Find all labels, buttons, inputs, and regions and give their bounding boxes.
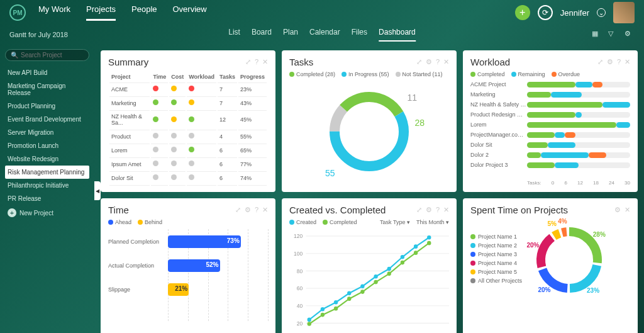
sidebar-item[interactable]: Promotion Launch [5,139,89,152]
legend-item: Project Name 5 [470,269,522,275]
search-input[interactable] [21,52,84,59]
search-icon: 🔍 [11,52,18,59]
sidebar: 🔍 New API BuildMarketing Campaign Releas… [0,44,94,333]
tab-dashboard[interactable]: Dashboard [379,28,416,42]
sidebar-item[interactable]: Server Migration [5,126,89,139]
filter-icon[interactable]: ▽ [608,30,618,40]
sidebar-item[interactable]: Website Redesign [5,152,89,166]
col-header: Workload [187,72,216,81]
expand-icon[interactable]: ⤢ [416,58,422,66]
grid-icon[interactable]: ▦ [592,30,602,40]
card-title: Time [108,205,129,215]
help-icon[interactable]: ? [255,206,258,214]
svg-point-17 [334,300,338,305]
table-row[interactable]: NZ Health & Sa...1245% [109,110,267,128]
slice-label: 5% [547,220,556,227]
top-bar: PM My WorkProjectsPeopleOverview + ⟳ Jen… [0,0,644,25]
gear-icon[interactable]: ⚙ [245,206,251,214]
filter-select[interactable]: This Month ▾ [416,219,449,225]
tab-calendar[interactable]: Calendar [309,28,340,42]
close-icon[interactable]: ✕ [262,206,268,214]
legend-item: Project Name 2 [470,242,522,249]
sidebar-item[interactable]: Marketing Campaign Release [5,79,89,99]
workload-row: ACME Project [470,81,630,87]
tasks-donut: 11 28 55 [325,87,413,176]
page-subtitle: Gantt for July 2018 [9,31,68,38]
close-icon[interactable]: ✕ [625,58,630,66]
tab-board[interactable]: Board [252,28,272,42]
sidebar-item[interactable]: PR Release [5,192,89,205]
expand-icon[interactable]: ⤢ [416,206,422,214]
table-row[interactable]: Dolor Sit674% [109,171,267,184]
svg-point-20 [374,274,377,279]
svg-text:60: 60 [297,285,303,291]
card-workload: Workload ⤢⚙?✕ CompletedRemainingOverdue … [463,50,638,192]
nav-overview[interactable]: Overview [173,4,207,21]
close-icon[interactable]: ✕ [443,206,449,214]
tab-plan[interactable]: Plan [283,28,298,42]
search-box[interactable]: 🔍 [5,49,89,61]
svg-point-30 [374,280,377,285]
svg-point-25 [308,322,311,326]
user-name[interactable]: Jennifer [560,8,589,18]
help-icon[interactable]: ? [255,58,258,66]
table-row[interactable]: ACME723% [109,82,267,95]
logo[interactable]: PM [9,4,26,21]
sidebar-item[interactable]: Event Brand Development [5,113,89,126]
card-title: Tasks [289,57,313,67]
sidebar-item[interactable]: Risk Management Planning [5,166,89,179]
tab-files[interactable]: Files [352,28,367,42]
table-row[interactable]: Ipsum Amet677% [109,157,267,170]
gear-icon[interactable]: ⚙ [426,58,432,66]
gear-icon[interactable]: ⚙ [607,58,613,66]
close-icon[interactable]: ✕ [262,58,268,66]
donut-val-notstarted: 11 [407,93,417,103]
sidebar-item[interactable]: Philanthropic Initiative [5,179,89,192]
help-icon[interactable]: ? [436,206,440,214]
timer-button[interactable]: ⟳ [538,5,553,20]
legend-item: Overdue [552,71,580,77]
card-tasks: Tasks ⤢⚙?✕ Completed (28)In Progress (55… [282,50,457,192]
expand-icon[interactable]: ⤢ [245,58,251,66]
tab-list[interactable]: List [228,28,240,42]
legend-item: In Progress (55) [341,71,389,77]
legend-item: Ahead [108,219,131,225]
close-icon[interactable]: ✕ [443,58,449,66]
sidebar-item[interactable]: New API Build [5,66,89,79]
nav-people[interactable]: People [131,4,157,21]
expand-icon[interactable]: ⤢ [235,206,241,214]
nav-my-work[interactable]: My Work [38,4,70,21]
expand-icon[interactable]: ⤢ [597,58,603,66]
help-icon[interactable]: ? [617,58,621,66]
sidebar-item[interactable]: Product Planning [5,99,89,113]
line-chart: 12010080604020 [289,229,449,333]
add-button[interactable]: + [515,5,530,20]
legend-item: Project Name 1 [470,234,522,240]
col-header: Project [109,72,150,81]
new-project-button[interactable]: + New Project [5,205,89,220]
card-title: Created vs. Completed [289,205,386,215]
user-dropdown-icon[interactable]: ⌄ [597,8,606,17]
table-row[interactable]: Lorem665% [109,144,267,156]
legend-item: Completed [470,71,505,77]
svg-point-23 [414,244,418,249]
svg-point-32 [401,261,404,265]
legend-item: Project Name 4 [470,260,522,266]
close-icon[interactable]: ✕ [625,206,630,214]
svg-point-26 [321,313,325,317]
nav-projects[interactable]: Projects [86,4,116,21]
settings-icon[interactable]: ⚙ [625,30,635,40]
dashboard-content: Summary ⤢?✕ ProjectTimeCostWorkloadTasks… [94,44,644,333]
avatar[interactable] [613,2,635,23]
sidebar-collapse-handle[interactable]: ◀ [94,181,101,200]
svg-point-22 [401,255,404,259]
help-icon[interactable]: ? [436,58,440,66]
table-row[interactable]: Dolor 21165% [109,185,267,186]
table-row[interactable]: Product455% [109,130,267,142]
table-row[interactable]: Marketing743% [109,96,267,109]
gear-icon[interactable]: ⚙ [614,206,621,214]
gear-icon[interactable]: ⚙ [426,206,432,214]
workload-row: Product Redesign We... [470,111,630,118]
filter-select[interactable]: Task Type ▾ [380,219,410,225]
workload-row: Dolor Project 3 [470,162,630,168]
